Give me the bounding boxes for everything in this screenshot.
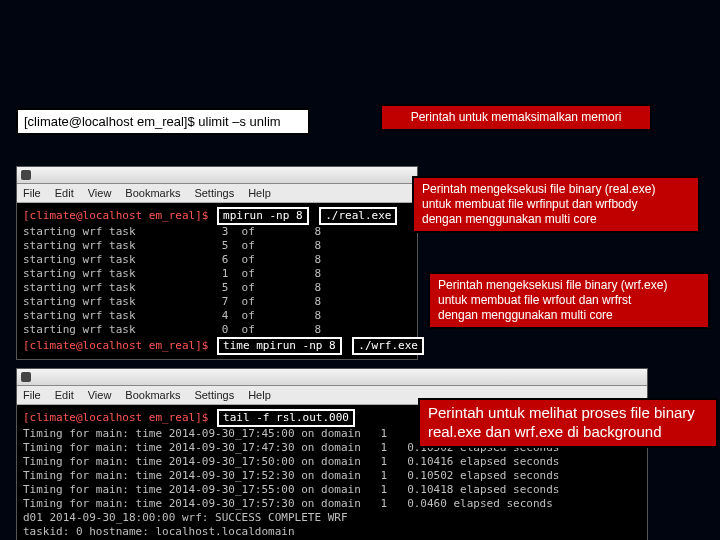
annotation-wrf-exe: Perintah mengeksekusi file binary (wrf.e… [428, 272, 710, 329]
menu-help[interactable]: Help [248, 388, 271, 402]
menu-settings[interactable]: Settings [194, 388, 234, 402]
task-line: starting wrf task 0 of 8 [23, 323, 321, 336]
prompt1: [climate@localhost em_real]$ [23, 209, 215, 222]
terminal-tail: File Edit View Bookmarks Settings Help [… [16, 368, 648, 540]
terminal1-titlebar [17, 167, 417, 184]
prompt2: [climate@localhost em_real]$ [23, 339, 215, 352]
menu-edit[interactable]: Edit [55, 186, 74, 200]
task-line: starting wrf task 7 of 8 [23, 295, 321, 308]
menu-edit[interactable]: Edit [55, 388, 74, 402]
terminal1-body: [climate@localhost em_real]$ mpirun -np … [17, 203, 417, 359]
terminal2-titlebar [17, 369, 647, 386]
timing-line: Timing for main: time 2014-09-30_17:50:0… [23, 455, 387, 468]
menu-bookmarks[interactable]: Bookmarks [125, 388, 180, 402]
annotation-memory: Perintah untuk memaksimalkan memori [380, 104, 652, 131]
annotation-tail-bg: Perintah untuk melihat proses file binar… [418, 398, 718, 448]
window-icon [21, 372, 31, 382]
cmd-wrf-exe: ./wrf.exe [352, 337, 424, 355]
cmd-mpirun-wrf: time mpirun -np 8 [217, 337, 342, 355]
timing-line: Timing for main: time 2014-09-30_17:57:3… [23, 497, 387, 510]
menu-view[interactable]: View [88, 388, 112, 402]
task-line: starting wrf task 6 of 8 [23, 253, 321, 266]
timing-line: Timing for main: time 2014-09-30_17:47:3… [23, 441, 387, 454]
taskid-line: taskid: 0 hostname: localhost.localdomai… [23, 525, 295, 538]
menu-file[interactable]: File [23, 388, 41, 402]
timing-line: Timing for main: time 2014-09-30_17:45:0… [23, 427, 387, 440]
menu-help[interactable]: Help [248, 186, 271, 200]
cmd-tail: tail -f rsl.out.000 [217, 409, 355, 427]
elapsed: 0.10418 elapsed seconds [407, 483, 559, 496]
task-line: starting wrf task 4 of 8 [23, 309, 321, 322]
annotation-real-exe: Perintah mengeksekusi file binary (real.… [412, 176, 700, 233]
success-line: d01 2014-09-30_18:00:00 wrf: SUCCESS COM… [23, 511, 348, 524]
elapsed: 0.0460 elapsed seconds [407, 497, 553, 510]
menu-file[interactable]: File [23, 186, 41, 200]
window-icon [21, 170, 31, 180]
menu-view[interactable]: View [88, 186, 112, 200]
elapsed: 0.10416 elapsed seconds [407, 455, 559, 468]
menu-bookmarks[interactable]: Bookmarks [125, 186, 180, 200]
terminal1-menubar: File Edit View Bookmarks Settings Help [17, 184, 417, 203]
menu-settings[interactable]: Settings [194, 186, 234, 200]
cmd-real-exe: ./real.exe [319, 207, 397, 225]
task-line: starting wrf task 1 of 8 [23, 267, 321, 280]
timing-line: Timing for main: time 2014-09-30_17:55:0… [23, 483, 387, 496]
task-line: starting wrf task 5 of 8 [23, 281, 321, 294]
prompt3: [climate@localhost em_real]$ [23, 411, 215, 424]
task-line: starting wrf task 5 of 8 [23, 239, 321, 252]
terminal-mpirun: File Edit View Bookmarks Settings Help [… [16, 166, 418, 360]
task-line: starting wrf task 3 of 8 [23, 225, 321, 238]
command-ulimit: [climate@localhost em_real]$ ulimit –s u… [16, 108, 310, 135]
cmd-mpirun-real: mpirun -np 8 [217, 207, 308, 225]
timing-line: Timing for main: time 2014-09-30_17:52:3… [23, 469, 387, 482]
elapsed: 0.10502 elapsed seconds [407, 469, 559, 482]
